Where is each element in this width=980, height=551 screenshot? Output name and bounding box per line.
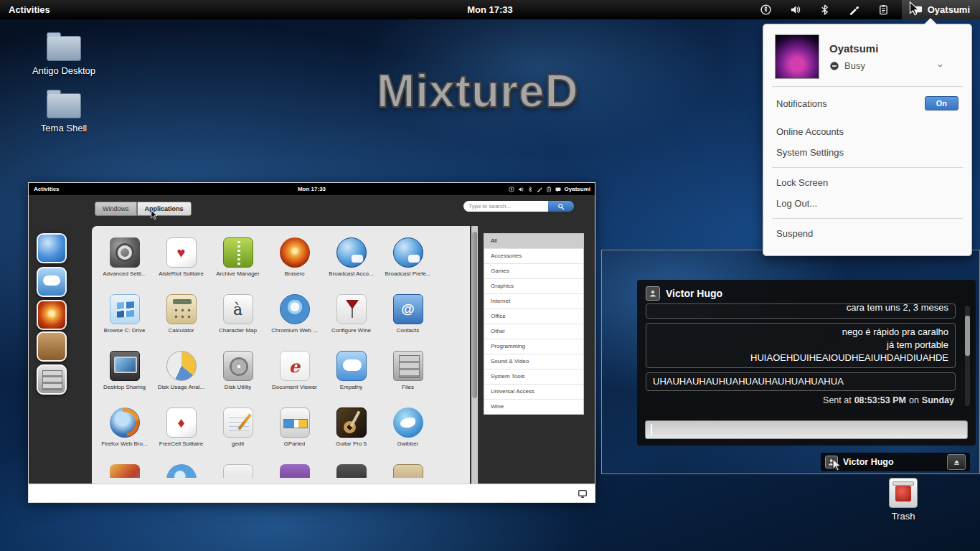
app-item[interactable]: Document Viewer [266, 349, 323, 405]
app-label: Empathy [340, 384, 363, 390]
app-item[interactable]: Character Map [209, 292, 266, 349]
user-name: Oyatsumi [565, 186, 590, 192]
eject-button[interactable] [947, 454, 966, 470]
wine-glass-icon [336, 294, 367, 324]
disc-burner-icon[interactable] [37, 300, 67, 330]
trash-icon[interactable]: Trash [882, 478, 924, 522]
package-icon[interactable] [37, 331, 67, 362]
app-label: Desktop Sharing [103, 384, 146, 390]
volume-icon[interactable] [790, 4, 801, 15]
app-item[interactable]: Gwibber [380, 405, 436, 462]
category-item[interactable]: Games [484, 264, 583, 279]
app-item[interactable]: Disk Utility [209, 349, 266, 405]
desktop-icon-antigo[interactable]: Antigo Desktop [26, 36, 102, 76]
app-item[interactable]: AisleRiot Solitaire [153, 235, 209, 292]
activities-button[interactable]: Activities [29, 186, 65, 192]
tab-windows[interactable]: Windows [95, 202, 137, 216]
app-item[interactable]: Disk Usage Anal... [153, 349, 209, 405]
category-item[interactable]: Wine [484, 400, 583, 414]
app-item[interactable]: Desktop Sharing [96, 349, 153, 405]
app-item[interactable]: Chromium Web ... [266, 292, 323, 349]
app-item[interactable] [323, 462, 380, 478]
app-item[interactable]: Advanced Setti... [96, 235, 153, 292]
category-item[interactable]: Sound & Video [484, 354, 583, 369]
category-item[interactable]: Other [484, 324, 583, 339]
menu-item-online-accounts[interactable]: Online Accounts [775, 121, 960, 142]
app-label: Chromium Web ... [271, 327, 317, 334]
app-item[interactable]: Calculator [153, 292, 209, 349]
chromium-icon [280, 294, 310, 324]
app-item[interactable]: Broadcast Prefe... [380, 235, 436, 292]
clipped-message: cara tem uns 2, 3 meses [646, 303, 956, 319]
computer-icon[interactable] [578, 489, 588, 499]
app-item[interactable]: Broadcast Acco... [323, 235, 380, 292]
app-item[interactable]: Firefox Web Bro... [96, 405, 153, 462]
search-input[interactable]: Type to search... [463, 201, 548, 212]
scrollbar[interactable] [965, 306, 970, 406]
app-item[interactable] [209, 462, 266, 478]
chat-icon[interactable] [37, 267, 67, 297]
accessibility-icon[interactable] [760, 4, 771, 15]
category-item[interactable]: System Tools [484, 369, 583, 385]
category-item[interactable]: Graphics [484, 279, 583, 294]
desktop-icon-label: Antigo Desktop [26, 65, 102, 76]
partition-editor-icon [280, 408, 310, 438]
status-selector[interactable]: Busy [829, 60, 944, 71]
web-browser-icon[interactable] [37, 233, 67, 263]
brush-icon[interactable] [849, 4, 859, 15]
category-item[interactable]: All [484, 234, 583, 249]
app-item[interactable] [96, 462, 153, 478]
clock[interactable]: Mon 17:33 [467, 4, 513, 15]
message-tray [29, 484, 595, 502]
file-cabinet-icon[interactable] [37, 364, 67, 395]
app-label: FreeCell Solitaire [159, 441, 203, 447]
user-avatar[interactable] [775, 34, 819, 79]
menu-item-system-settings[interactable]: System Settings [775, 142, 960, 163]
app-item[interactable] [153, 462, 209, 478]
user-menu: Oyatsumi Busy Notifications On Online Ac… [763, 24, 972, 256]
app-label: Calculator [168, 327, 194, 334]
chat-input[interactable] [645, 420, 968, 439]
scrollbar-thumb[interactable] [472, 232, 477, 398]
app-label: Archive Manager [216, 270, 259, 277]
app-item[interactable]: Archive Manager [209, 235, 266, 292]
app-item[interactable] [266, 462, 323, 478]
scrollbar[interactable] [471, 226, 478, 484]
menu-item-suspend[interactable]: Suspend [775, 223, 960, 244]
app-item[interactable]: Contacts [380, 292, 436, 349]
app-item[interactable]: gedit [209, 405, 266, 462]
chat-window[interactable]: Victor Hugo cara tem uns 2, 3 meses nego… [601, 250, 980, 474]
app-item[interactable]: Guitar Pro 5 [323, 405, 380, 462]
partial-app-icon [110, 464, 140, 478]
app-item[interactable]: Brasero [266, 235, 323, 292]
app-item[interactable]: FreeCell Solitaire [153, 405, 209, 462]
scrollbar-thumb[interactable] [965, 316, 970, 356]
menu-item-notifications[interactable]: Notifications [776, 98, 827, 109]
zip-archive-icon [223, 237, 253, 268]
app-item[interactable]: Empathy [323, 349, 380, 405]
top-panel: Activities Mon 17:33 Oyatsumi [0, 0, 980, 19]
app-item[interactable]: Files [380, 349, 436, 405]
activities-button[interactable]: Activities [0, 0, 59, 19]
address-book-icon [393, 294, 423, 324]
category-item[interactable]: Internet [484, 294, 583, 309]
category-item[interactable]: Office [484, 309, 583, 324]
menu-item-log-out[interactable]: Log Out... [775, 193, 960, 214]
search-button[interactable] [548, 201, 574, 212]
tab-applications[interactable]: Applications [137, 202, 192, 216]
clipboard-icon[interactable] [878, 4, 889, 15]
desktop-icon-tema-shell[interactable]: Tema Shell [26, 93, 102, 133]
chat-panel: Victor Hugo cara tem uns 2, 3 meses nego… [637, 280, 976, 446]
notifications-toggle[interactable]: On [925, 96, 958, 110]
app-item[interactable]: GParted [266, 405, 323, 462]
category-item[interactable]: Universal Access [484, 385, 583, 400]
overview-screenshot-window[interactable]: Activities Mon 17:33 Oyatsumi Windows Ap… [29, 183, 595, 502]
menu-separator [772, 86, 963, 87]
bluetooth-icon[interactable] [819, 4, 830, 15]
app-item[interactable] [380, 462, 436, 478]
app-item[interactable]: Configure Wine [323, 292, 380, 349]
category-item[interactable]: Accessories [484, 249, 583, 264]
app-item[interactable]: Browse C: Drive [96, 292, 153, 349]
menu-item-lock-screen[interactable]: Lock Screen [775, 172, 960, 193]
category-item[interactable]: Programming [484, 339, 583, 354]
